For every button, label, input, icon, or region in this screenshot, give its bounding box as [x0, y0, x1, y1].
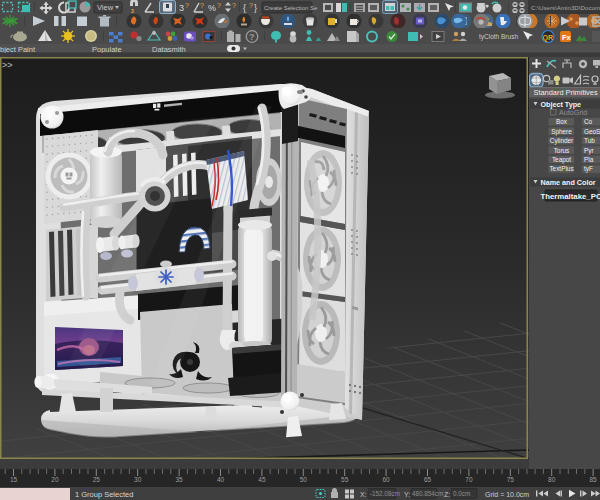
svg-text:Name and Color: Name and Color	[541, 178, 596, 187]
svg-text:?: ?	[232, 2, 236, 9]
svg-text:Cylinder: Cylinder	[550, 137, 574, 145]
svg-text:View: View	[97, 3, 114, 12]
svg-text:%: %	[208, 3, 216, 13]
svg-text:Standard Primitives: Standard Primitives	[534, 88, 598, 97]
svg-text:85: 85	[589, 476, 597, 483]
svg-text:Fx: Fx	[562, 33, 572, 42]
svg-text:Tub: Tub	[584, 137, 595, 144]
svg-text:>>: >>	[2, 60, 13, 70]
svg-text:tyF: tyF	[584, 165, 593, 173]
svg-text:GeoS: GeoS	[584, 128, 600, 135]
svg-text:0.0cm: 0.0cm	[453, 490, 470, 497]
svg-text:AutoGrid: AutoGrid	[559, 108, 587, 117]
svg-text:80: 80	[548, 476, 556, 483]
svg-text:?: ?	[249, 32, 255, 42]
svg-text:Create Selection Se: Create Selection Se	[264, 5, 318, 11]
svg-text:?: ?	[200, 2, 204, 9]
svg-text:Thermaltake_PC: Thermaltake_PC	[540, 192, 600, 201]
svg-text:75: 75	[507, 476, 515, 483]
svg-text:Y:: Y:	[404, 491, 410, 498]
svg-text:Co: Co	[584, 118, 593, 125]
svg-text:tyCloth Brush: tyCloth Brush	[479, 33, 518, 41]
svg-text:Z:: Z:	[444, 491, 450, 498]
svg-text:C:\Users\Amin3D\Documents\3ds: C:\Users\Amin3D\Documents\3ds M	[531, 4, 600, 11]
svg-text:45: 45	[258, 476, 266, 483]
svg-text:60: 60	[382, 476, 390, 483]
svg-text:15: 15	[10, 476, 18, 483]
svg-text:TextPlus: TextPlus	[549, 165, 573, 172]
svg-text:Grid = 10.0cm: Grid = 10.0cm	[485, 491, 529, 498]
svg-text:35: 35	[175, 476, 183, 483]
svg-text:Torus: Torus	[554, 147, 570, 154]
svg-text:480.854cm: 480.854cm	[412, 490, 443, 497]
svg-text:20: 20	[51, 476, 59, 483]
svg-text:Teapot: Teapot	[552, 156, 571, 164]
svg-text:}: }	[254, 3, 257, 13]
svg-text:40: 40	[217, 476, 225, 483]
svg-text:3: 3	[179, 3, 184, 13]
svg-text:-152.08cm: -152.08cm	[370, 490, 400, 497]
svg-text:Sphere: Sphere	[551, 128, 572, 136]
svg-text:?: ?	[217, 2, 221, 9]
svg-text:QR: QR	[543, 34, 554, 42]
svg-text:Pla: Pla	[584, 156, 594, 163]
svg-text:X:: X:	[360, 491, 367, 498]
svg-text:50: 50	[300, 476, 308, 483]
svg-text:30: 30	[134, 476, 142, 483]
svg-text:?: ?	[185, 2, 189, 9]
svg-text:25: 25	[93, 476, 101, 483]
svg-text:65: 65	[424, 476, 432, 483]
svg-text:Pyr: Pyr	[584, 147, 594, 155]
svg-text:?: ?	[249, 2, 253, 9]
svg-text:Box: Box	[556, 118, 568, 125]
svg-text:{: {	[243, 3, 246, 13]
svg-text:70: 70	[465, 476, 473, 483]
svg-text:55: 55	[341, 476, 349, 483]
